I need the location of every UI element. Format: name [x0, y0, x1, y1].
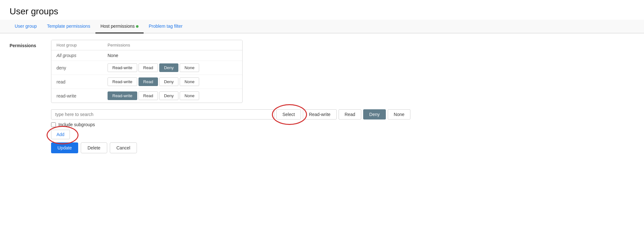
rw-read-btn[interactable]: Read [139, 91, 158, 100]
group-name-deny: deny [56, 65, 108, 70]
read-none-btn[interactable]: None [180, 77, 199, 86]
permissions-section: Permissions Host group Permissions All g… [10, 40, 634, 103]
delete-button[interactable]: Delete [81, 142, 107, 153]
action-buttons-row: Update Delete Cancel [51, 142, 634, 153]
col-host-group: Host group [56, 43, 108, 47]
select-btn-wrapper: Select [276, 109, 301, 119]
rw-deny-btn[interactable]: Deny [159, 91, 178, 100]
deny-none-btn[interactable]: None [180, 63, 199, 72]
read-read-write-btn[interactable]: Read-write [108, 77, 137, 86]
perm-none-text: None [108, 53, 118, 58]
permissions-header-row: Host group Permissions [51, 40, 242, 50]
page-title: User groups [10, 6, 634, 17]
permissions-label: Permissions [10, 40, 51, 48]
search-row-container: Select Read-write Read Deny None [51, 109, 434, 119]
tab-problem-tag-filter[interactable]: Problem tag filter [144, 20, 188, 33]
add-none-btn[interactable]: None [388, 109, 410, 119]
table-row: All groups None [51, 50, 242, 61]
deny-read-write-btn[interactable]: Read-write [108, 63, 137, 72]
deny-read-btn[interactable]: Read [139, 63, 158, 72]
tab-host-permissions[interactable]: Host permissions [95, 20, 144, 33]
add-deny-btn[interactable]: Deny [363, 109, 386, 119]
read-row-buttons: Read-write Read Deny None [108, 77, 199, 86]
readwrite-row-buttons: Read-write Read Deny None [108, 91, 199, 100]
add-read-btn[interactable]: Read [339, 109, 361, 119]
rw-none-btn[interactable]: None [180, 91, 199, 100]
table-row: deny Read-write Read Deny None [51, 61, 242, 75]
include-subgroups-checkbox[interactable] [51, 122, 56, 127]
deny-row-buttons: Read-write Read Deny None [108, 63, 199, 72]
select-button[interactable]: Select [276, 109, 301, 119]
group-name-readwrite: read-write [56, 93, 108, 98]
col-permissions: Permissions [108, 43, 130, 47]
tab-template-permissions[interactable]: Template permissions [42, 20, 95, 33]
tab-user-group[interactable]: User group [10, 20, 42, 33]
deny-deny-btn[interactable]: Deny [159, 63, 178, 72]
add-btn-wrapper: Add [51, 130, 434, 139]
group-name-all: All groups [56, 53, 108, 58]
search-input[interactable] [51, 109, 274, 119]
add-section: Select Read-write Read Deny None Include… [51, 109, 434, 139]
subgroup-row: Include subgroups [51, 122, 434, 127]
table-row: read-write Read-write Read Deny None [51, 89, 242, 103]
read-deny-btn[interactable]: Deny [159, 77, 178, 86]
group-name-read: read [56, 79, 108, 84]
update-button[interactable]: Update [51, 142, 78, 153]
read-read-btn[interactable]: Read [139, 77, 158, 86]
rw-read-write-btn[interactable]: Read-write [108, 91, 137, 100]
search-row: Select Read-write Read Deny None [51, 109, 434, 119]
table-row: read Read-write Read Deny None [51, 75, 242, 89]
active-dot [136, 25, 139, 28]
cancel-button[interactable]: Cancel [110, 142, 137, 153]
permissions-table: Host group Permissions All groups None d… [51, 40, 243, 103]
include-subgroups-label: Include subgroups [58, 122, 95, 127]
add-button[interactable]: Add [51, 130, 70, 139]
tabs-bar: User group Template permissions Host per… [0, 20, 644, 33]
add-read-write-btn[interactable]: Read-write [303, 109, 337, 119]
